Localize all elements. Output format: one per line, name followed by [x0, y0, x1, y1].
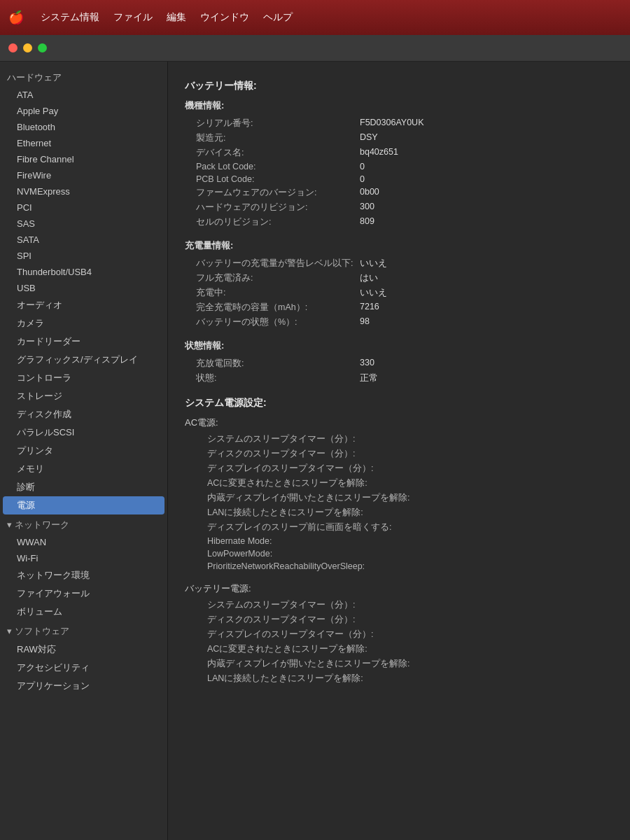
sidebar-item-network-env[interactable]: ネットワーク環境	[0, 566, 167, 584]
ac-power-block: AC電源: システムのスリープタイマー（分）: ディスクのスリープタイマー（分）…	[185, 416, 613, 573]
ac-item-display-sleep: ディスプレイのスリープタイマー（分）:	[185, 461, 613, 476]
software-section-header: ▾ ソフトウェア	[0, 621, 167, 640]
sidebar-item-fibre-channel[interactable]: Fibre Channel	[0, 151, 167, 167]
minimize-button[interactable]	[23, 43, 32, 52]
info-row-hw-revision: ハードウェアのリビジョン: 300	[185, 200, 613, 215]
sidebar-item-firewall[interactable]: ファイアウォール	[0, 584, 167, 603]
value-condition: 正常	[360, 372, 378, 384]
sidebar-item-ethernet[interactable]: Ethernet	[0, 135, 167, 151]
value-fully-charged: はい	[360, 272, 378, 284]
ac-item-low-power-mode: LowPowerMode:	[185, 547, 613, 560]
info-row-serial: シリアル番号: F5D0306AY0UK	[185, 116, 613, 131]
info-row-charging: 充電中: いいえ	[185, 286, 613, 300]
sidebar-item-parallel-scsi[interactable]: パラレルSCSI	[0, 424, 167, 442]
info-row-cell-revision: セルのリビジョン: 809	[185, 215, 613, 230]
menu-file[interactable]: ファイル	[113, 11, 153, 24]
sidebar-item-accessibility[interactable]: アクセシビリティ	[0, 659, 167, 677]
ac-item-prioritize-network: PrioritizeNetworkReachabilityOverSleep:	[185, 560, 613, 573]
value-manufacturer: DSY	[360, 132, 378, 144]
sidebar-item-thunderbolt[interactable]: Thunderbolt/USB4	[0, 264, 167, 280]
sidebar-item-sata[interactable]: SATA	[0, 232, 167, 248]
value-hw-revision: 300	[360, 202, 374, 214]
menu-help[interactable]: ヘルプ	[263, 11, 293, 24]
sidebar-item-volume[interactable]: ボリューム	[0, 603, 167, 621]
value-warning-level: いいえ	[360, 258, 387, 270]
label-condition: 状態:	[185, 372, 360, 384]
charge-info-title: 充電量情報:	[185, 239, 613, 252]
sidebar-item-storage[interactable]: ストレージ	[0, 387, 167, 405]
bat-item-wake-on-lan: LANに接続したときにスリープを解除:	[185, 671, 613, 686]
label-charging: 充電中:	[185, 287, 360, 299]
label-fully-charged: フル充電済み:	[185, 272, 360, 284]
model-info-block: 機種情報: シリアル番号: F5D0306AY0UK 製造元: DSY デバイス…	[185, 99, 613, 230]
sidebar-item-pci[interactable]: PCI	[0, 200, 167, 216]
app-window: ハードウェア ATA Apple Pay Bluetooth Ethernet …	[0, 35, 630, 840]
bat-item-disk-sleep: ディスクのスリープタイマー（分）:	[185, 612, 613, 627]
menu-system-info[interactable]: システム情報	[41, 11, 99, 24]
bat-item-system-sleep: システムのスリープタイマー（分）:	[185, 598, 613, 612]
info-row-firmware: ファームウェアのバージョン: 0b00	[185, 186, 613, 200]
sidebar-item-camera[interactable]: カメラ	[0, 314, 167, 332]
label-serial: シリアル番号:	[185, 118, 360, 130]
close-button[interactable]	[8, 43, 18, 52]
info-row-device-name: デバイス名: bq40z651	[185, 146, 613, 160]
label-device-name: デバイス名:	[185, 147, 360, 159]
sidebar-item-controller[interactable]: コントローラ	[0, 369, 167, 387]
value-device-name: bq40z651	[360, 147, 398, 159]
label-cell-revision: セルのリビジョン:	[185, 216, 360, 228]
sidebar-item-card-reader[interactable]: カードリーダー	[0, 332, 167, 351]
label-firmware: ファームウェアのバージョン:	[185, 187, 360, 199]
ac-item-wake-on-lid: 内蔵ディスプレイが開いたときにスリープを解除:	[185, 491, 613, 505]
info-row-fully-charged: フル充電済み: はい	[185, 271, 613, 286]
sidebar-item-wwan[interactable]: WWAN	[0, 534, 167, 550]
battery-section-title: バッテリー情報:	[185, 80, 613, 92]
ac-item-system-sleep: システムのスリープタイマー（分）:	[185, 432, 613, 447]
menu-window[interactable]: ウインドウ	[200, 11, 249, 24]
label-pcb-lot: PCB Lot Code:	[185, 174, 360, 184]
sidebar-item-firewire[interactable]: FireWire	[0, 167, 167, 183]
menu-edit[interactable]: 編集	[167, 11, 186, 24]
info-row-battery-state-pct: バッテリーの状態（%）: 98	[185, 315, 613, 330]
sidebar-item-memory[interactable]: メモリ	[0, 460, 167, 478]
sidebar: ハードウェア ATA Apple Pay Bluetooth Ethernet …	[0, 62, 168, 840]
sidebar-item-diagnostics[interactable]: 診断	[0, 478, 167, 496]
ac-item-dim-before-sleep: ディスプレイのスリープ前に画面を暗くする:	[185, 520, 613, 535]
info-row-capacity-mah: 完全充電時の容量（mAh）: 7216	[185, 300, 613, 315]
titlebar	[0, 35, 630, 62]
ac-item-disk-sleep: ディスクのスリープタイマー（分）:	[185, 447, 613, 461]
value-firmware: 0b00	[360, 187, 379, 199]
label-warning-level: バッテリーの充電量が警告レベル以下:	[185, 258, 360, 270]
sidebar-item-printer[interactable]: プリンタ	[0, 442, 167, 460]
label-capacity-mah: 完全充電時の容量（mAh）:	[185, 302, 360, 314]
sidebar-item-applications[interactable]: アプリケーション	[0, 677, 167, 695]
sidebar-item-nvmexpress[interactable]: NVMExpress	[0, 183, 167, 200]
value-battery-state-pct: 98	[360, 316, 370, 328]
status-info-title: 状態情報:	[185, 340, 613, 352]
ac-item-hibernate-mode: Hibernate Mode:	[185, 535, 613, 547]
sidebar-item-sas[interactable]: SAS	[0, 216, 167, 232]
battery-power-block: バッテリー電源: システムのスリープタイマー（分）: ディスクのスリープタイマー…	[185, 582, 613, 686]
system-power-title: システム電源設定:	[185, 397, 613, 410]
label-pack-lot: Pack Lot Code:	[185, 162, 360, 172]
sidebar-item-spi[interactable]: SPI	[0, 248, 167, 264]
sidebar-item-graphics[interactable]: グラフィックス/ディスプレイ	[0, 351, 167, 369]
bat-item-wake-on-lid: 内蔵ディスプレイが開いたときにスリープを解除:	[185, 657, 613, 671]
sidebar-item-wifi[interactable]: Wi-Fi	[0, 550, 167, 566]
label-manufacturer: 製造元:	[185, 132, 360, 144]
network-section-header: ▾ ネットワーク	[0, 514, 167, 534]
sidebar-item-usb[interactable]: USB	[0, 280, 167, 296]
maximize-button[interactable]	[38, 43, 47, 52]
sidebar-item-raw[interactable]: RAW対応	[0, 640, 167, 659]
detail-panel: バッテリー情報: 機種情報: シリアル番号: F5D0306AY0UK 製造元:…	[168, 62, 630, 840]
apple-icon[interactable]: 🍎	[8, 10, 24, 25]
hardware-section-header: ハードウェア	[0, 67, 167, 87]
sidebar-item-apple-pay[interactable]: Apple Pay	[0, 103, 167, 119]
label-battery-state-pct: バッテリーの状態（%）:	[185, 316, 360, 328]
sidebar-item-disk-create[interactable]: ディスク作成	[0, 405, 167, 424]
main-content: ハードウェア ATA Apple Pay Bluetooth Ethernet …	[0, 62, 630, 840]
sidebar-item-power[interactable]: 電源	[3, 496, 164, 514]
sidebar-item-audio[interactable]: オーディオ	[0, 296, 167, 314]
sidebar-item-bluetooth[interactable]: Bluetooth	[0, 119, 167, 135]
sidebar-item-ata[interactable]: ATA	[0, 87, 167, 103]
value-serial: F5D0306AY0UK	[360, 118, 424, 130]
